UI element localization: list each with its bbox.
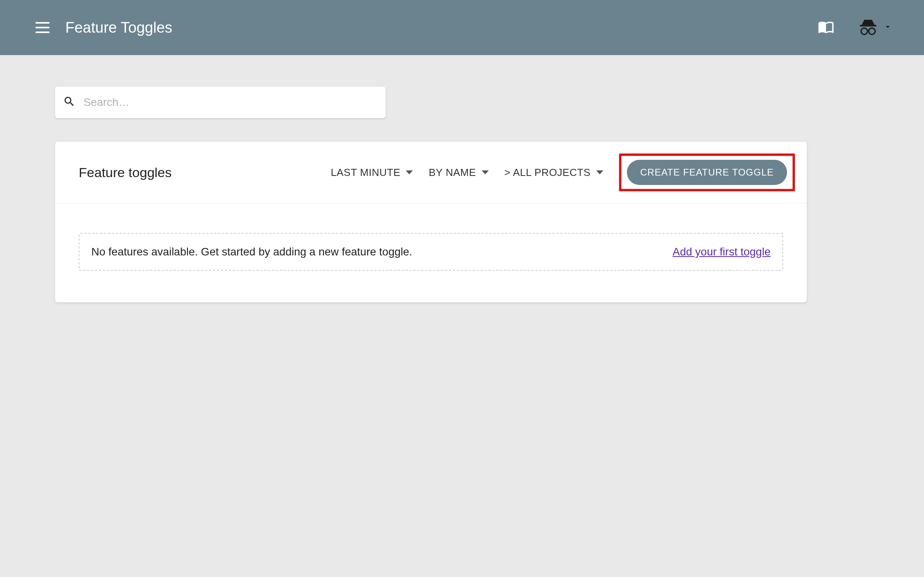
card-body: No features available. Get started by ad… — [55, 203, 807, 302]
card-header: Feature toggles LAST MINUTE BY NAME > AL… — [55, 142, 807, 203]
search-input[interactable] — [83, 96, 378, 109]
dropdown-icon — [596, 170, 603, 174]
svg-rect-0 — [860, 25, 876, 26]
dropdown-icon — [482, 170, 489, 174]
feature-toggles-card: Feature toggles LAST MINUTE BY NAME > AL… — [55, 142, 807, 302]
menu-icon[interactable] — [35, 22, 50, 33]
filter-project[interactable]: > ALL PROJECTS — [505, 166, 603, 179]
add-first-toggle-link[interactable]: Add your first toggle — [673, 246, 771, 258]
create-button-highlight: CREATE FEATURE TOGGLE — [619, 153, 795, 191]
chevron-down-icon — [883, 22, 893, 33]
filter-time[interactable]: LAST MINUTE — [331, 166, 413, 179]
app-header: Feature Toggles — [0, 0, 924, 55]
filters: LAST MINUTE BY NAME > ALL PROJECTS CREAT… — [331, 153, 795, 191]
page-content: Feature toggles LAST MINUTE BY NAME > AL… — [0, 55, 924, 334]
dropdown-icon — [406, 170, 413, 174]
header-title: Feature Toggles — [65, 19, 818, 36]
search-box — [55, 87, 386, 118]
create-feature-toggle-button[interactable]: CREATE FEATURE TOGGLE — [627, 160, 787, 185]
incognito-icon — [858, 17, 878, 39]
card-title: Feature toggles — [79, 165, 331, 180]
user-menu[interactable] — [858, 17, 893, 39]
svg-point-1 — [861, 28, 867, 34]
filter-time-label: LAST MINUTE — [331, 166, 401, 179]
search-icon — [63, 95, 76, 109]
header-actions — [818, 17, 893, 39]
docs-icon[interactable] — [818, 18, 834, 37]
empty-state-message: No features available. Get started by ad… — [91, 246, 412, 258]
svg-point-2 — [869, 28, 875, 34]
filter-sort[interactable]: BY NAME — [429, 166, 488, 179]
filter-sort-label: BY NAME — [429, 166, 476, 179]
filter-project-label: > ALL PROJECTS — [505, 166, 591, 179]
empty-state: No features available. Get started by ad… — [79, 233, 783, 271]
